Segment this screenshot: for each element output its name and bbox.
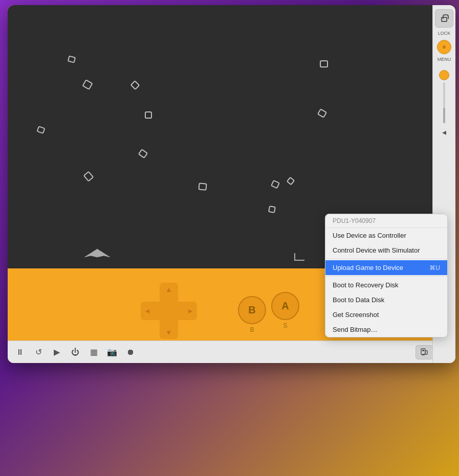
menu-separator-1 [325,259,447,259]
asteroid [198,183,207,190]
dropdown-menu: PDU1-Y040907 Use Device as Controller Co… [325,214,448,337]
asteroid [287,177,295,186]
spaceship [84,248,110,258]
grid-button[interactable]: ▦ [88,346,100,358]
camera-button[interactable]: 📷 [106,346,118,358]
asteroid [83,171,94,182]
asteroid [271,180,280,189]
power-button[interactable]: ⏻ [69,346,81,358]
action-buttons: B B A S [238,292,299,329]
dpad-left-arrow[interactable]: ◄ [144,307,151,314]
dpad-down-arrow[interactable]: ▼ [165,329,172,336]
btn-a-label: S [283,322,287,329]
menu-item-screenshot[interactable]: Get Screenshot [325,307,447,322]
asteroid [68,55,76,63]
device-icon [420,348,428,356]
menu-button[interactable] [437,40,451,54]
svg-marker-0 [84,249,110,257]
svg-rect-3 [422,354,425,355]
menu-device-id: PDU1-Y040907 [325,214,447,228]
dpad-right-arrow[interactable]: ► [187,307,194,314]
btn-b-label: B [250,326,254,333]
dpad[interactable]: ▲ ▼ ◄ ► [141,283,197,339]
simulator-window: ▲ ▼ ◄ ► B B A S ⏸ ↺ ▶ ⏻ ▦ 📷 [8,5,455,363]
menu-item-control-device-label: Control Device with Simulator [333,246,420,254]
menu-item-use-device-label: Use Device as Controller [333,232,406,239]
menu-dot-icon [443,46,446,49]
menu-item-upload-shortcut: ⌘U [429,264,440,271]
menu-item-boot-recovery-label: Boot to Recovery Disk [333,281,399,289]
lock-icon [441,17,447,22]
asteroid [317,108,327,118]
menu-item-send-bitmap[interactable]: Send Bitmap… [325,322,447,337]
menu-item-upload-game[interactable]: Upload Game to Device ⌘U [325,260,447,275]
volume-fill [443,108,445,123]
btn-b[interactable]: B [238,296,266,324]
btn-a[interactable]: A [271,292,299,320]
menu-item-screenshot-label: Get Screenshot [333,311,379,319]
pause-button[interactable]: ⏸ [14,346,26,358]
btn-a-container: A S [271,292,299,329]
play-button[interactable]: ▶ [51,346,63,358]
menu-item-boot-data-label: Boot to Data Disk [333,296,384,304]
menu-item-send-bitmap-label: Send Bitmap… [333,326,377,333]
volume-track [443,82,445,123]
dpad-up-arrow[interactable]: ▲ [165,286,172,293]
volume-knob[interactable] [439,70,449,80]
asteroid [145,111,152,119]
menu-separator-2 [325,276,447,277]
mute-icon[interactable]: ◂ [442,127,446,137]
device-button[interactable] [416,345,433,359]
menu-item-control-device[interactable]: Control Device with Simulator [325,243,447,258]
svg-rect-1 [421,349,425,354]
menu-item-use-device[interactable]: Use Device as Controller [325,228,447,243]
asteroid [268,206,276,213]
refresh-button[interactable]: ↺ [32,346,45,358]
menu-item-boot-data[interactable]: Boot to Data Disk [325,292,447,307]
menu-item-upload-game-label: Upload Game to Device [333,264,403,271]
asteroid [320,60,328,67]
lock-label: LOCK [438,31,451,36]
corner-bracket [294,253,304,261]
asteroid [138,149,148,158]
record-button[interactable]: ⏺ [124,346,137,358]
menu-label: MENU [438,57,451,62]
toolbar: ⏸ ↺ ▶ ⏻ ▦ 📷 ⏺ ▾ [8,341,455,363]
asteroid [36,126,45,134]
asteroid [130,80,140,90]
btn-b-container: B B [238,296,266,333]
menu-item-boot-recovery[interactable]: Boot to Recovery Disk [325,278,447,292]
svg-rect-2 [422,350,424,351]
asteroid [82,79,93,90]
lock-button[interactable] [435,9,453,28]
svg-rect-4 [425,351,427,354]
dpad-center [160,302,178,320]
